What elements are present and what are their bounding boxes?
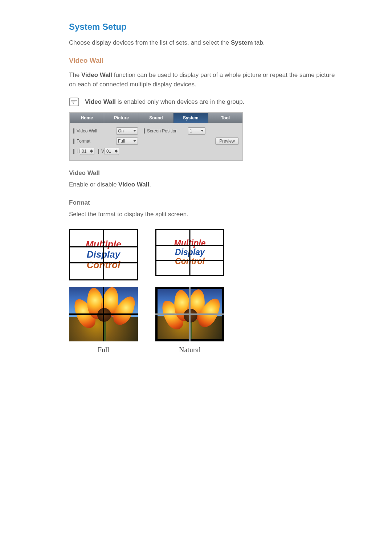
- chevron-down-icon: [133, 140, 136, 142]
- note-row: Video Wall is enabled only when devices …: [69, 98, 341, 106]
- select-videowall[interactable]: On: [116, 127, 138, 135]
- note-icon: [69, 98, 79, 106]
- vw-desc: The Video Wall function can be used to d…: [69, 70, 341, 90]
- format-flower-row: [69, 287, 341, 341]
- vw-desc-pre: The: [69, 71, 81, 78]
- select-screenpos[interactable]: 1: [188, 127, 205, 135]
- intro-pre: Choose display devices from the list of …: [69, 39, 231, 46]
- label-format: Format: [73, 139, 116, 144]
- note-bold: Video Wall: [85, 98, 116, 105]
- select-format[interactable]: Full: [116, 138, 138, 145]
- spinner-v[interactable]: 01: [105, 148, 119, 155]
- caption-full: Full: [69, 346, 138, 354]
- label-h: H: [73, 149, 80, 154]
- chevron-down-icon: [133, 130, 136, 132]
- spin-up-icon: [115, 149, 118, 151]
- tab-sound[interactable]: Sound: [139, 113, 173, 123]
- format-full-image: [69, 287, 138, 341]
- tab-system[interactable]: System: [173, 113, 208, 123]
- tab-tool[interactable]: Tool: [208, 113, 242, 123]
- settings-panel: Home Picture Sound System Tool Video Wal…: [69, 112, 243, 161]
- vw-desc-bold: Video Wall: [81, 71, 112, 78]
- intro-post: tab.: [253, 39, 265, 46]
- format-logo-row: Multiple Display Control Multiple Displa…: [69, 229, 341, 280]
- caption-natural: Natural: [155, 346, 224, 354]
- subheading-format: Format: [69, 199, 341, 206]
- intro-text: Choose display devices from the list of …: [69, 39, 341, 46]
- label-videowall: Video Wall: [73, 128, 116, 134]
- note-text: Video Wall is enabled only when devices …: [85, 98, 244, 106]
- label-screenpos: Screen Position: [144, 128, 188, 134]
- tab-picture[interactable]: Picture: [104, 113, 139, 123]
- sub-vw-desc: Enable or disable Video Wall.: [69, 181, 341, 188]
- page-title: System Setup: [69, 22, 341, 32]
- chevron-down-icon: [201, 130, 204, 132]
- section-title: Video Wall: [69, 57, 341, 65]
- spin-up-icon: [90, 149, 93, 151]
- intro-bold: System: [231, 39, 253, 46]
- format-natural-logo: Multiple Display Control: [155, 229, 224, 276]
- sub-fmt-desc: Select the format to display the split s…: [69, 211, 341, 218]
- spinner-h[interactable]: 01: [80, 148, 94, 155]
- format-natural-image: [155, 287, 224, 341]
- spin-down-icon: [115, 151, 118, 153]
- spin-down-icon: [90, 151, 93, 153]
- note-rest: is enabled only when devices are in the …: [116, 98, 244, 105]
- subheading-videowall: Video Wall: [69, 169, 341, 177]
- tabs-row: Home Picture Sound System Tool: [70, 113, 242, 123]
- caption-row: Full Natural: [69, 346, 341, 354]
- label-v: V: [98, 149, 105, 154]
- format-full-logo: Multiple Display Control: [69, 229, 138, 280]
- tab-home[interactable]: Home: [70, 113, 104, 123]
- preview-button[interactable]: Preview: [215, 138, 239, 145]
